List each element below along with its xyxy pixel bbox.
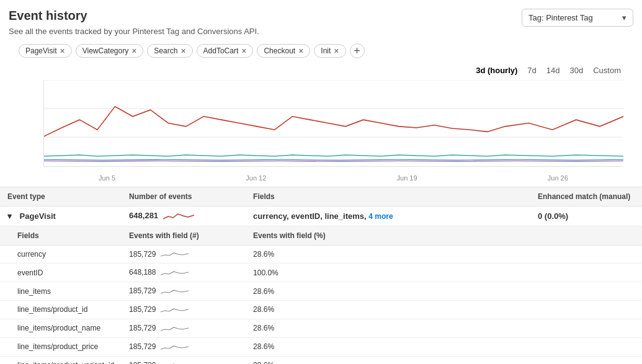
time-btn-3d[interactable]: 3d (hourly) — [473, 64, 520, 76]
table-row: line_items/product_price 185,729 28.6% — [0, 337, 642, 356]
field-pct-cell: 28.6% — [246, 356, 530, 364]
filter-chip-pagevisit[interactable]: PageVisit × — [19, 44, 72, 58]
field-pct-cell: 28.6% — [246, 301, 530, 319]
sub-header-row: Fields Events with field (#) Events with… — [0, 226, 642, 245]
filter-chip-checkout[interactable]: Checkout × — [257, 44, 310, 58]
sparkline-pagevisit — [163, 211, 194, 221]
sub-col-pct: Events with field (%) — [246, 226, 530, 245]
close-icon[interactable]: × — [60, 47, 65, 55]
sub-col-fields: Fields — [0, 226, 122, 245]
more-badge[interactable]: 4 more — [368, 212, 393, 221]
chevron-down-icon[interactable]: ▾ — [7, 211, 15, 219]
sub-col-count: Events with field (#) — [122, 226, 246, 245]
time-btn-custom[interactable]: Custom — [591, 64, 623, 76]
field-count-cell: 185,729 — [122, 245, 246, 264]
sparkline — [161, 324, 189, 333]
table-row: line_items 185,729 28.6% — [0, 282, 642, 301]
time-range-selector: 3d (hourly) 7d 14d 30d Custom — [9, 64, 633, 80]
page-subtitle: See all the events tracked by your Pinte… — [9, 27, 633, 36]
field-name-cell: eventID — [0, 264, 122, 282]
chip-label: AddToCart — [203, 47, 239, 55]
table-row: currency 185,729 28.6% — [0, 245, 642, 264]
field-count-cell: 185,729 — [122, 319, 246, 337]
sparkline — [161, 343, 189, 352]
chart-x-labels: Jun 5 Jun 12 Jun 19 Jun 26 — [33, 172, 633, 182]
field-pct-cell: 28.6% — [246, 319, 530, 337]
field-name-cell: line_items/product_name — [0, 319, 122, 337]
sparkline — [161, 306, 189, 314]
field-count-cell: 648,188 — [122, 264, 246, 282]
field-count-cell: 185,729 — [122, 301, 246, 319]
filter-chips: PageVisit × ViewCategory × Search × AddT… — [9, 43, 633, 64]
field-name-cell: line_items — [0, 282, 122, 301]
fields-cell: currency, eventID, line_items, 4 more — [246, 206, 530, 226]
filter-chip-viewcategory[interactable]: ViewCategory × — [76, 44, 144, 58]
sparkline — [161, 269, 189, 277]
events-table: Event type Number of events Fields Enhan… — [0, 187, 642, 364]
table-row: line_items/product_name 185,729 28.6% — [0, 319, 642, 337]
col-header-num-events: Number of events — [122, 187, 246, 206]
chip-label: ViewCategory — [82, 47, 128, 55]
field-pct-cell: 28.6% — [246, 282, 530, 301]
field-name-cell: currency — [0, 245, 122, 264]
chevron-down-icon: ▾ — [622, 13, 626, 22]
field-name-cell: line_items/product_price — [0, 337, 122, 356]
close-icon[interactable]: × — [181, 47, 185, 55]
sub-col-empty — [530, 226, 642, 245]
col-header-event-type: Event type — [0, 187, 122, 206]
field-pct-cell: 100.0% — [246, 264, 530, 282]
close-icon[interactable]: × — [241, 47, 246, 55]
field-name-cell: line_items/product_variant_id — [0, 356, 122, 364]
sparkline — [161, 250, 189, 259]
chart-area — [43, 80, 623, 167]
sparkline — [161, 287, 189, 296]
close-icon[interactable]: × — [298, 47, 303, 55]
field-pct-cell: 28.6% — [246, 245, 530, 264]
event-type-cell: ▾ PageVisit — [0, 206, 122, 226]
close-icon[interactable]: × — [334, 47, 339, 55]
col-header-enhanced: Enhanced match (manual) — [530, 187, 642, 206]
table-header-row: Event type Number of events Fields Enhan… — [0, 187, 642, 206]
time-btn-30d[interactable]: 30d — [568, 64, 586, 76]
table-row: line_items/product_id 185,729 28.6% — [0, 301, 642, 319]
time-btn-14d[interactable]: 14d — [544, 64, 563, 76]
field-pct-cell: 28.6% — [246, 337, 530, 356]
time-btn-7d[interactable]: 7d — [525, 64, 538, 76]
sparkline — [161, 361, 189, 364]
chip-label: Search — [154, 47, 177, 55]
tag-selector[interactable]: Tag: Pinterest Tag ▾ — [522, 9, 633, 27]
field-name-cell: line_items/product_id — [0, 301, 122, 319]
filter-chip-init[interactable]: Init × — [314, 44, 346, 58]
chip-label: Init — [321, 47, 331, 55]
field-count-cell: 185,729 — [122, 337, 246, 356]
add-filter-button[interactable]: + — [350, 43, 365, 58]
table-row: ▾ PageVisit 648,281 currency, eventID, l… — [0, 206, 642, 226]
enhanced-cell: 0 (0.0%) — [530, 206, 642, 226]
col-header-fields: Fields — [246, 187, 530, 206]
tag-label: Tag: Pinterest Tag — [528, 13, 593, 22]
table-row: eventID 648,188 100.0% — [0, 264, 642, 282]
filter-chip-addtocart[interactable]: AddToCart × — [197, 44, 254, 58]
field-count-cell: 185,729 — [122, 356, 246, 364]
table-row: line_items/product_variant_id 185,729 28… — [0, 356, 642, 364]
filter-chip-search[interactable]: Search × — [147, 44, 192, 58]
close-icon[interactable]: × — [132, 47, 136, 55]
chip-label: PageVisit — [25, 47, 56, 55]
num-events-cell: 648,281 — [122, 206, 246, 226]
field-count-cell: 185,729 — [122, 282, 246, 301]
chip-label: Checkout — [264, 47, 295, 55]
